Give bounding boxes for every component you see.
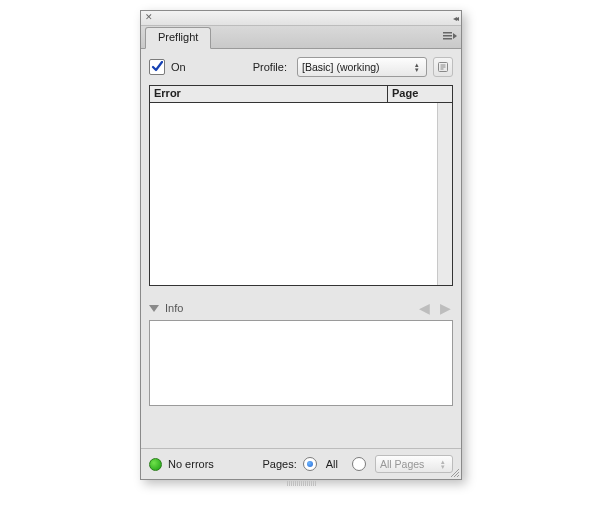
updown-icon: ▴▾ (438, 459, 448, 469)
error-table-header: Error Page (149, 85, 453, 102)
info-box[interactable] (149, 320, 453, 406)
info-header: Info ◀ ▶ (149, 300, 453, 316)
next-error-icon[interactable]: ▶ (438, 300, 453, 316)
pages-range-radio[interactable] (352, 457, 366, 471)
close-icon[interactable]: ✕ (145, 12, 153, 22)
tab-preflight[interactable]: Preflight (145, 27, 211, 49)
on-checkbox[interactable] (149, 59, 165, 75)
profile-dropdown[interactable]: [Basic] (working) ▴▾ (297, 57, 427, 77)
drag-handle-icon[interactable] (271, 481, 331, 486)
status-dot-icon (149, 458, 162, 471)
svg-line-6 (457, 475, 459, 477)
profile-label: Profile: (253, 61, 287, 73)
error-table-scrollbar[interactable] (437, 103, 452, 285)
panel-menu-icon[interactable] (443, 30, 457, 42)
svg-rect-2 (443, 38, 452, 40)
on-label: On (171, 61, 186, 73)
col-page[interactable]: Page (388, 86, 452, 102)
panel-body: On Profile: [Basic] (working) ▴▾ Error P… (141, 49, 461, 412)
pages-label: Pages: (263, 458, 297, 470)
pages-all-label[interactable]: All (326, 458, 338, 470)
embed-profile-button[interactable] (433, 57, 453, 77)
toolbar-row: On Profile: [Basic] (working) ▴▾ (149, 57, 453, 77)
prev-error-icon[interactable]: ◀ (417, 300, 432, 316)
svg-rect-1 (443, 35, 452, 37)
collapse-icon[interactable]: ◂◂ (453, 14, 457, 23)
resize-grip-icon[interactable] (449, 467, 459, 477)
col-error[interactable]: Error (150, 86, 388, 102)
updown-icon: ▴▾ (412, 62, 422, 72)
status-text: No errors (168, 458, 214, 470)
pages-range-value: All Pages (380, 458, 438, 470)
error-table (149, 102, 453, 286)
disclosure-triangle-icon[interactable] (149, 305, 159, 312)
info-label: Info (165, 302, 411, 314)
pages-range-dropdown[interactable]: All Pages ▴▾ (375, 455, 453, 473)
error-table-body[interactable] (150, 103, 437, 285)
tab-bar: Preflight (141, 26, 461, 49)
preflight-panel: ✕ ◂◂ Preflight On Profile: [Basic] (work… (140, 10, 462, 480)
panel-title-bar[interactable]: ✕ ◂◂ (141, 11, 461, 26)
svg-rect-0 (443, 32, 452, 34)
pages-all-radio[interactable] (303, 457, 317, 471)
panel-footer: No errors Pages: All All Pages ▴▾ (141, 448, 461, 479)
profile-dropdown-value: [Basic] (working) (302, 61, 412, 73)
